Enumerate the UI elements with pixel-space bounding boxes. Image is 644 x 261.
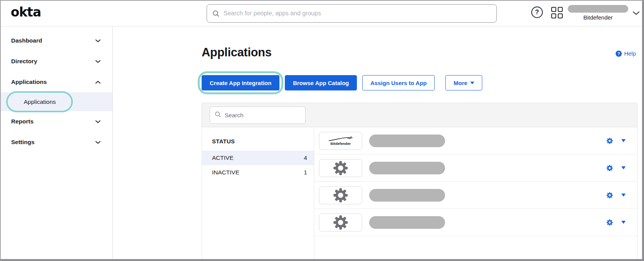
table-toolbar bbox=[202, 103, 637, 127]
filter-option-label: INACTIVE bbox=[212, 169, 239, 176]
row-controls bbox=[606, 154, 626, 181]
redacted-app-name bbox=[369, 162, 445, 174]
sidebar-item-reports[interactable]: Reports bbox=[1, 111, 112, 132]
row-settings-gear-icon[interactable] bbox=[606, 192, 613, 199]
filter-option-count: 4 bbox=[304, 154, 307, 161]
chevron-down-icon bbox=[95, 58, 101, 65]
app-row[interactable] bbox=[314, 209, 637, 236]
content-row: Dashboard Directory Applications Applica… bbox=[1, 26, 642, 259]
sidebar-item-settings[interactable]: Settings bbox=[1, 132, 112, 153]
action-buttons: Create App Integration Browse App Catalo… bbox=[202, 75, 482, 90]
org-name: Bitdefender bbox=[583, 14, 613, 21]
help-badge-icon: ? bbox=[616, 51, 622, 57]
applications-table: STATUS ACTIVE 4 INACTIVE 1 bbox=[202, 103, 637, 259]
bitdefender-logo: Bitdefender bbox=[319, 132, 362, 150]
grid-square bbox=[558, 13, 563, 18]
search-icon bbox=[212, 10, 220, 17]
create-app-integration-button[interactable]: Create App Integration bbox=[202, 75, 279, 90]
annotation-ring: Create App Integration bbox=[198, 71, 283, 94]
okta-logo: okta bbox=[11, 5, 41, 20]
page-title: Applications bbox=[202, 46, 271, 59]
row-controls bbox=[606, 182, 626, 208]
app-rows: Bitdefender bbox=[314, 127, 637, 259]
sidebar-subitem-applications[interactable]: Applications bbox=[1, 92, 112, 111]
sidebar-item-label: Applications bbox=[11, 79, 47, 85]
sidebar-item-label: Dashboard bbox=[11, 37, 42, 44]
redacted-username bbox=[568, 5, 628, 13]
row-dropdown-caret-icon[interactable] bbox=[621, 221, 626, 224]
assign-users-to-app-button[interactable]: Assign Users to App bbox=[362, 75, 435, 90]
global-search[interactable] bbox=[207, 4, 497, 23]
redacted-app-name bbox=[369, 189, 445, 202]
sidebar-item-directory[interactable]: Directory bbox=[1, 51, 112, 72]
grid-square bbox=[551, 13, 556, 18]
sidebar: Dashboard Directory Applications Applica… bbox=[1, 26, 113, 259]
app-row[interactable] bbox=[314, 154, 637, 182]
chevron-down-icon bbox=[95, 139, 101, 146]
app-row-bitdefender[interactable]: Bitdefender bbox=[314, 127, 637, 154]
main-content: Applications ? Help Create App Integrati… bbox=[113, 26, 642, 259]
chevron-down-icon bbox=[95, 118, 101, 125]
grid-square bbox=[558, 7, 563, 12]
sidebar-item-label: Settings bbox=[11, 139, 34, 146]
dropdown-caret-icon bbox=[470, 82, 474, 84]
bitdefender-logo-text: Bitdefender bbox=[330, 141, 351, 146]
default-app-icon bbox=[319, 186, 362, 204]
chevron-down-icon bbox=[95, 37, 101, 44]
table-search[interactable] bbox=[210, 107, 306, 124]
row-controls bbox=[606, 127, 626, 154]
sidebar-item-dashboard[interactable]: Dashboard bbox=[1, 30, 112, 51]
help-icon[interactable]: ? bbox=[531, 7, 543, 18]
redacted-app-name bbox=[369, 216, 445, 229]
browse-app-catalog-button[interactable]: Browse App Catalog bbox=[285, 75, 357, 90]
help-link[interactable]: ? Help bbox=[616, 50, 636, 57]
filter-option-active[interactable]: ACTIVE 4 bbox=[202, 151, 314, 165]
gear-icon bbox=[333, 188, 348, 203]
gear-icon bbox=[333, 215, 348, 230]
bitdefender-swoosh-icon bbox=[327, 136, 355, 142]
global-search-input[interactable] bbox=[223, 10, 491, 17]
chevron-up-icon bbox=[95, 79, 101, 85]
help-link-label: Help bbox=[624, 50, 636, 57]
row-controls bbox=[606, 209, 626, 236]
default-app-icon bbox=[319, 213, 362, 231]
status-filter-panel: STATUS ACTIVE 4 INACTIVE 1 bbox=[202, 127, 314, 259]
sidebar-subitem-label: Applications bbox=[24, 98, 56, 105]
row-dropdown-caret-icon[interactable] bbox=[621, 166, 626, 169]
sidebar-item-label: Reports bbox=[11, 118, 34, 125]
more-button[interactable]: More bbox=[445, 75, 482, 90]
redacted-app-name bbox=[369, 135, 445, 147]
row-dropdown-caret-icon[interactable] bbox=[621, 139, 626, 142]
row-settings-gear-icon[interactable] bbox=[606, 165, 613, 171]
filter-option-count: 1 bbox=[304, 169, 307, 176]
apps-grid-icon[interactable] bbox=[551, 7, 563, 18]
default-app-icon bbox=[319, 159, 362, 177]
chevron-down-icon[interactable] bbox=[632, 10, 640, 17]
account-menu[interactable]: Bitdefender bbox=[568, 5, 628, 21]
top-bar: okta ? Bitdefender bbox=[1, 1, 642, 26]
sidebar-item-applications[interactable]: Applications bbox=[1, 72, 112, 92]
more-button-label: More bbox=[453, 80, 467, 86]
table-search-input[interactable] bbox=[225, 112, 301, 119]
grid-square bbox=[551, 7, 556, 12]
row-dropdown-caret-icon[interactable] bbox=[621, 194, 626, 197]
table-body: STATUS ACTIVE 4 INACTIVE 1 bbox=[202, 127, 637, 259]
filter-option-label: ACTIVE bbox=[212, 154, 233, 161]
row-settings-gear-icon[interactable] bbox=[606, 138, 613, 144]
gear-icon bbox=[333, 161, 348, 176]
search-icon bbox=[215, 111, 221, 119]
row-settings-gear-icon[interactable] bbox=[606, 219, 613, 226]
filter-option-inactive[interactable]: INACTIVE 1 bbox=[202, 165, 314, 180]
status-filter-header: STATUS bbox=[212, 138, 314, 144]
sidebar-item-label: Directory bbox=[11, 58, 37, 65]
app-row[interactable] bbox=[314, 182, 637, 209]
app-window: okta ? Bitdefender Dashboard bbox=[0, 0, 644, 261]
